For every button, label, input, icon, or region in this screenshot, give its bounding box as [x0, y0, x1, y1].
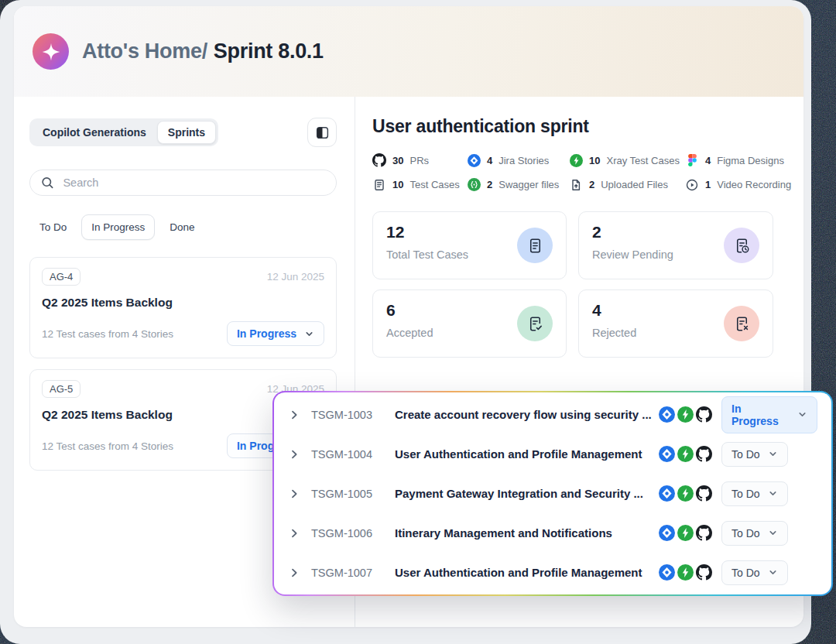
- xray-icon: [569, 154, 583, 167]
- upload-file-icon: [569, 179, 583, 191]
- chevron-right-icon[interactable]: [288, 409, 302, 421]
- story-status-dropdown[interactable]: To Do: [721, 521, 788, 546]
- summary-card-total-test-cases: 12 Total Test Cases: [372, 211, 567, 279]
- filter-todo[interactable]: To Do: [29, 214, 77, 240]
- summary-card-accepted: 6 Accepted: [372, 289, 567, 358]
- atto-logo: [33, 33, 69, 70]
- tab-sprints[interactable]: Sprints: [157, 121, 216, 144]
- story-title: Payment Gateway Integration and Security…: [395, 487, 656, 500]
- chevron-down-icon: [768, 528, 778, 538]
- filter-in-progress[interactable]: In Progress: [81, 214, 155, 240]
- chevron-right-icon[interactable]: [288, 448, 302, 461]
- panel-toggle-button[interactable]: [307, 118, 337, 147]
- github-icon: [696, 485, 712, 502]
- document-check-icon: [517, 306, 553, 341]
- story-title: User Authentication and Profile Manageme…: [395, 566, 656, 579]
- story-status-dropdown[interactable]: To Do: [721, 560, 788, 585]
- swagger-icon: [467, 178, 481, 191]
- xray-icon: [677, 485, 694, 502]
- stat-label: Figma Designs: [717, 155, 784, 166]
- story-row[interactable]: TSGM-1007 User Authentication and Profil…: [283, 553, 822, 592]
- story-list-overlay: TSGM-1003 Create account recovery flow u…: [272, 391, 833, 596]
- jira-icon: [467, 154, 481, 167]
- sprint-stats: 30 PRs 4 Jira Stories 10 Xray Test Cases: [372, 153, 775, 191]
- stat-label: Swagger files: [499, 179, 559, 190]
- story-title: Create account recovery flow using secur…: [395, 408, 656, 421]
- document-icon: [517, 228, 553, 263]
- story-row[interactable]: TSGM-1004 User Authentication and Profil…: [283, 434, 822, 474]
- story-title: Itinerary Management and Notifications: [395, 526, 656, 540]
- search-input[interactable]: [63, 176, 326, 189]
- summary-card-review-pending: 2 Review Pending: [578, 211, 773, 279]
- summary-value: 12: [386, 223, 468, 242]
- stat-value: 30: [392, 155, 403, 166]
- breadcrumb-home[interactable]: Atto's Home/: [82, 39, 207, 63]
- github-icon: [696, 406, 712, 423]
- stat-value: 10: [589, 155, 600, 166]
- stat-value: 2: [487, 179, 492, 190]
- story-status-label: To Do: [732, 527, 760, 540]
- stat-label: Xray Test Cases: [606, 155, 679, 166]
- sprint-status-label: In Progress: [237, 327, 296, 340]
- stat-swagger-files: 2 Swagger files: [467, 178, 569, 191]
- stat-prs: 30 PRs: [372, 153, 467, 167]
- search-icon: [40, 175, 54, 190]
- stat-label: Video Recording: [717, 179, 791, 190]
- story-row[interactable]: TSGM-1005 Payment Gateway Integration an…: [283, 474, 822, 513]
- github-icon: [696, 525, 712, 541]
- document-clock-icon: [724, 228, 759, 263]
- stat-figma-designs: 4 Figma Designs: [685, 153, 791, 167]
- story-status-dropdown[interactable]: In Progress: [721, 396, 817, 433]
- github-icon: [696, 564, 712, 581]
- jira-icon: [659, 406, 675, 423]
- summary-value: 2: [592, 223, 673, 242]
- chevron-right-icon[interactable]: [288, 567, 302, 579]
- stat-value: 10: [392, 179, 403, 190]
- sprint-status-dropdown[interactable]: In Progress: [227, 321, 324, 346]
- summary-value: 6: [386, 301, 433, 320]
- story-row[interactable]: TSGM-1006 Itinerary Management and Notif…: [283, 513, 822, 553]
- story-status-label: In Progress: [732, 402, 790, 427]
- summary-label: Accepted: [386, 327, 433, 339]
- video-icon: [685, 179, 699, 191]
- story-title: User Authentication and Profile Manageme…: [395, 447, 656, 461]
- stat-label: Uploaded Files: [601, 179, 668, 190]
- search-bar[interactable]: [29, 170, 337, 196]
- story-status-label: To Do: [732, 488, 760, 500]
- github-icon: [372, 153, 386, 167]
- stat-value: 4: [705, 155, 711, 166]
- xray-icon: [677, 564, 694, 581]
- story-status-dropdown[interactable]: To Do: [721, 481, 788, 506]
- story-source-icons: [656, 564, 712, 581]
- summary-label: Total Test Cases: [386, 248, 468, 261]
- stat-video-recording: 1 Video Recording: [685, 178, 791, 191]
- story-row[interactable]: TSGM-1003 Create account recovery flow u…: [283, 395, 822, 434]
- tab-copilot-generations[interactable]: Copilot Generations: [32, 121, 157, 144]
- chevron-right-icon[interactable]: [288, 527, 302, 540]
- story-status-dropdown[interactable]: To Do: [721, 442, 788, 467]
- chevron-down-icon: [304, 329, 314, 339]
- figma-icon: [685, 154, 699, 166]
- stat-label: Jira Stories: [499, 155, 549, 166]
- sprint-title: User authentication sprint: [372, 116, 803, 137]
- story-id: TSGM-1006: [311, 527, 384, 540]
- sprint-card-subtitle: 12 Test cases from 4 Stories: [42, 328, 173, 340]
- chevron-down-icon: [768, 488, 778, 498]
- breadcrumb: Atto's Home/Sprint 8.0.1: [82, 39, 324, 63]
- summary-value: 4: [592, 301, 636, 320]
- page-title: Sprint 8.0.1: [214, 39, 324, 63]
- stat-value: 4: [487, 155, 492, 166]
- status-filters: To Do In Progress Done: [29, 214, 337, 240]
- chevron-right-icon[interactable]: [288, 488, 302, 500]
- document-x-icon: [724, 306, 759, 341]
- filter-done[interactable]: Done: [159, 214, 204, 240]
- stat-jira-stories: 4 Jira Stories: [467, 153, 569, 167]
- sparkle-star-icon: [41, 42, 61, 62]
- sprint-card-ag4[interactable]: AG-4 12 Jun 2025 Q2 2025 Items Backlog 1…: [29, 257, 337, 358]
- view-segmented-control: Copilot Generations Sprints: [29, 118, 218, 146]
- stat-value: 1: [705, 179, 711, 190]
- summary-label: Rejected: [592, 327, 636, 339]
- sprint-card-subtitle: 12 Test cases from 4 Stories: [42, 440, 173, 452]
- story-source-icons: [656, 406, 712, 423]
- github-icon: [696, 446, 712, 462]
